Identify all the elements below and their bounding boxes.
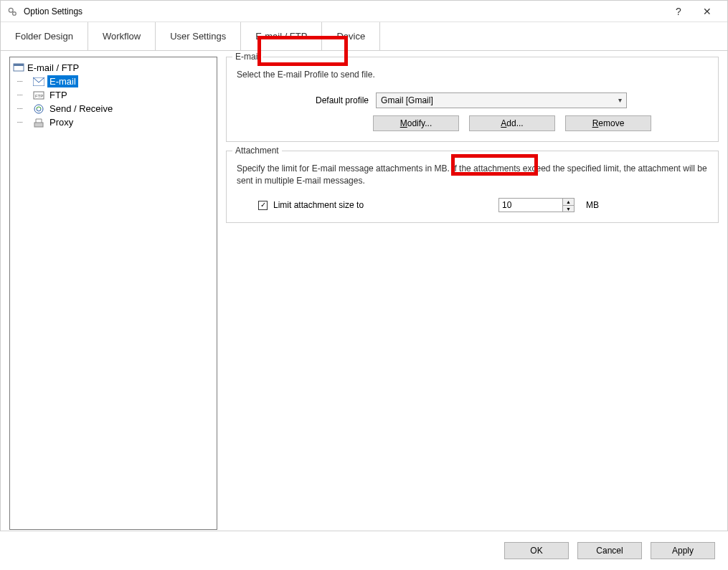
default-profile-row: Default profile Gmail [Gmail] ▾ [316,92,708,108]
window-title: Option Settings [24,6,82,16]
default-profile-label: Default profile [316,95,369,105]
tree-connector: ┈ [17,103,30,114]
default-profile-value: Gmail [Gmail] [381,95,433,105]
remove-rest: emove [598,118,624,128]
default-profile-select[interactable]: Gmail [Gmail] ▾ [376,92,627,108]
dialog-footer: OK Cancel Apply [0,531,728,570]
content-area: E-mail / FTP ┈ E-mail ┈ FTP FTP ┈ [1,51,727,530]
tree-item-ftp[interactable]: ┈ FTP FTP [17,88,214,102]
tab-device[interactable]: Device [322,22,380,50]
help-button[interactable]: ? [664,1,693,22]
close-button[interactable]: ✕ [693,1,722,22]
svg-point-7 [34,105,43,113]
gear-icon [6,6,18,17]
attachment-unit: MB [586,200,599,210]
tree-item-proxy[interactable]: ┈ Proxy [17,115,214,129]
chevron-down-icon: ▾ [618,96,622,104]
email-groupbox: E-mail Select the E-mail Profile to send… [226,57,719,142]
tree-panel: E-mail / FTP ┈ E-mail ┈ FTP FTP ┈ [9,57,217,530]
svg-point-1 [13,11,16,15]
modify-button[interactable]: Modify... [373,115,459,131]
tree-item-label: Proxy [47,116,75,128]
tree-item-label: E-mail [47,75,78,87]
tree-connector: ┈ [17,76,30,87]
right-pane: E-mail Select the E-mail Profile to send… [226,57,719,530]
attachment-legend: Attachment [232,146,282,156]
tree-item-label: Send / Receive [47,103,115,115]
limit-attachment-label: Limit attachment size to [273,200,364,210]
tab-folder-design[interactable]: Folder Design [1,22,88,50]
email-description: Select the E-mail Profile to send file. [237,69,708,81]
attachment-groupbox: Attachment Specify the limit for E-mail … [226,151,719,224]
tree-item-send-receive[interactable]: ┈ Send / Receive [17,102,214,115]
proxy-icon [33,117,44,128]
svg-point-0 [9,8,13,12]
remove-mnemonic: R [592,118,599,128]
email-legend: E-mail [232,52,263,62]
tree-item-label: FTP [47,89,70,101]
spinner-up[interactable]: ▲ [563,199,574,206]
spinner-arrows: ▲ ▼ [563,198,575,212]
ftp-root-icon [13,62,24,73]
profile-button-row: Modify... Add... Remove [373,115,708,131]
svg-rect-3 [14,64,24,66]
add-rest: dd... [506,118,523,128]
tree-root-label: E-mail / FTP [27,62,79,73]
tab-email-ftp[interactable]: E-mail / FTP [241,22,322,50]
add-button[interactable]: Add... [469,115,555,131]
attachment-size-input[interactable] [498,198,563,212]
cancel-button[interactable]: Cancel [577,542,642,559]
titlebar: Option Settings ? ✕ [1,1,727,22]
apply-button[interactable]: Apply [651,542,715,559]
tree-root[interactable]: E-mail / FTP [13,60,214,75]
ftp-icon: FTP [33,90,44,101]
remove-button[interactable]: Remove [565,115,651,131]
tab-workflow[interactable]: Workflow [88,22,156,50]
tree-item-email[interactable]: ┈ E-mail [17,75,214,88]
send-receive-icon [33,103,44,115]
tree-connector: ┈ [17,90,30,100]
tab-user-settings[interactable]: User Settings [156,22,241,50]
modify-rest: odify... [407,118,432,128]
attachment-size-spinner: ▲ ▼ [498,198,575,212]
svg-text:FTP: FTP [35,94,43,98]
envelope-icon [33,76,44,87]
attachment-description: Specify the limit for E-mail message att… [237,163,708,187]
spinner-down[interactable]: ▼ [563,206,574,212]
limit-attachment-checkbox[interactable]: ✓ [258,201,268,210]
ok-button[interactable]: OK [504,542,569,559]
modify-mnemonic: M [400,118,407,128]
limit-attachment-row: ✓ Limit attachment size to ▲ ▼ MB [258,198,708,212]
tree-connector: ┈ [17,117,30,128]
tab-bar: Folder Design Workflow User Settings E-m… [1,22,727,51]
svg-rect-8 [34,123,43,127]
